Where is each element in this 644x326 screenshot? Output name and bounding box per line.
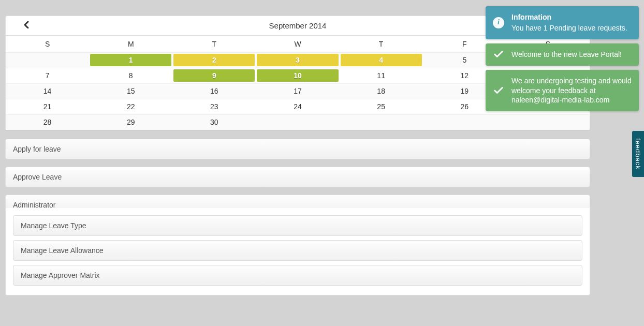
toast-testing[interactable]: We are undergoing testing and would welc… <box>486 70 639 112</box>
toast-welcome[interactable]: Welcome to the new Leave Portal! <box>486 43 639 66</box>
calendar-day[interactable]: 30 <box>172 114 256 130</box>
calendar-day[interactable]: 22 <box>89 99 172 114</box>
calendar-day[interactable]: 4 <box>340 52 423 68</box>
calendar-day[interactable]: 10 <box>256 68 339 83</box>
calendar-day[interactable]: 18 <box>340 83 423 99</box>
manage-leave-type-header[interactable]: Manage Leave Type <box>13 215 582 236</box>
toast-title: Information <box>511 12 633 22</box>
manage-leave-allowance-header[interactable]: Manage Leave Allowance <box>13 240 582 261</box>
calendar-day[interactable] <box>423 114 506 130</box>
calendar-day[interactable]: 9 <box>172 68 256 83</box>
dow-header: S <box>6 36 89 52</box>
calendar-day[interactable]: 14 <box>6 83 89 99</box>
calendar-day[interactable]: 25 <box>340 99 423 114</box>
calendar-day[interactable]: 8 <box>89 68 172 83</box>
calendar-day[interactable] <box>506 114 590 130</box>
calendar-prev-button[interactable] <box>6 21 47 31</box>
toast-body: Welcome to the new Leave Portal! <box>511 50 633 60</box>
calendar-day[interactable]: 28 <box>6 114 89 130</box>
administrator-body: Manage Leave Type Manage Leave Allowance… <box>5 208 590 295</box>
dow-header: T <box>340 36 423 52</box>
calendar-day[interactable] <box>6 52 89 68</box>
dow-header: M <box>89 36 172 52</box>
calendar-day[interactable]: 23 <box>172 99 256 114</box>
calendar-day[interactable]: 17 <box>256 83 339 99</box>
calendar-day[interactable]: 29 <box>89 114 172 130</box>
check-icon <box>493 85 504 96</box>
check-icon <box>493 49 504 60</box>
dow-header: W <box>256 36 339 52</box>
info-icon <box>493 17 504 28</box>
calendar-day[interactable] <box>256 114 339 130</box>
calendar-title: September 2014 <box>47 21 548 30</box>
calendar-day[interactable]: 21 <box>6 99 89 114</box>
calendar-day[interactable]: 1 <box>89 52 172 68</box>
calendar-day[interactable] <box>340 114 423 130</box>
apply-leave-header[interactable]: Apply for leave <box>5 139 590 159</box>
approve-leave-header[interactable]: Approve Leave <box>5 167 590 187</box>
toast-info[interactable]: Information You have 1 Pending leave req… <box>486 6 639 39</box>
toast-stack: Information You have 1 Pending leave req… <box>486 6 639 115</box>
calendar-day[interactable]: 2 <box>172 52 256 68</box>
calendar-day[interactable]: 16 <box>172 83 256 99</box>
calendar-day[interactable]: 3 <box>256 52 339 68</box>
calendar-day[interactable]: 15 <box>89 83 172 99</box>
calendar-day[interactable]: 11 <box>340 68 423 83</box>
feedback-tab[interactable]: feedback <box>632 131 644 177</box>
calendar-day[interactable]: 7 <box>6 68 89 83</box>
manage-approver-matrix-header[interactable]: Manage Approver Matrix <box>13 265 582 286</box>
dow-header: T <box>172 36 256 52</box>
calendar-day[interactable]: 24 <box>256 99 339 114</box>
toast-body: We are undergoing testing and would welc… <box>511 76 633 106</box>
toast-body: You have 1 Pending leave requests. <box>511 23 633 33</box>
